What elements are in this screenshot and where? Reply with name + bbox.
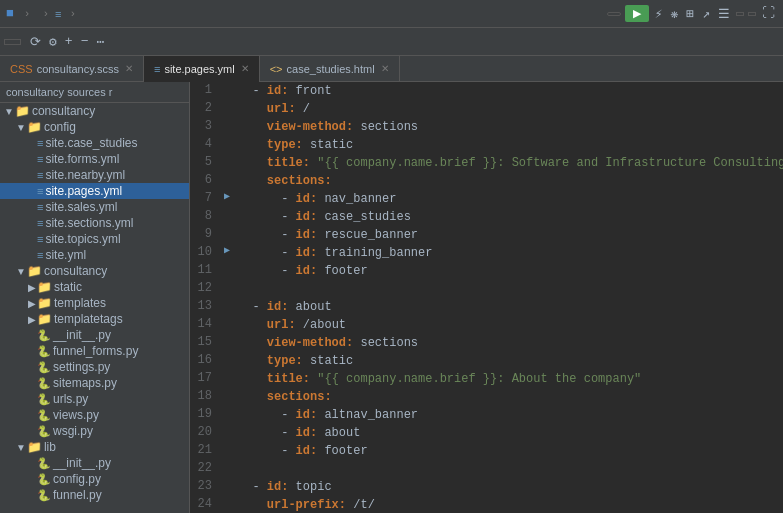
tree-item-label: views.py [53,408,99,422]
tree-item-site-nearby-yml[interactable]: ▶≡site.nearby.yml [0,167,189,183]
code-line-11: 11 - id: footer [190,262,783,280]
code-line-21: 21 - id: footer [190,442,783,460]
folder-icon: 📁 [37,280,52,294]
settings-icon[interactable]: ⚙ [46,34,60,50]
tab-label-yaml: site.pages.yml [164,63,234,75]
tree-item-urls-py[interactable]: ▶🐍urls.py [0,391,189,407]
line-number-10: 10 [190,244,220,259]
vcs-label-1[interactable] [736,12,744,16]
code-token [238,372,267,386]
toolbar-icon-4[interactable]: ↗ [700,6,712,22]
line-gutter-7[interactable]: ▶ [220,190,234,202]
add-icon[interactable]: + [62,34,76,49]
line-number-13: 13 [190,298,220,313]
tree-item-label: __init__.py [53,456,111,470]
code-line-14: 14 url: /about [190,316,783,334]
code-token: view-method: [267,336,353,350]
toolbar-icon-6[interactable]: ⛶ [760,6,777,21]
vcs-label-2[interactable] [748,12,756,16]
tree-item-__init__-py[interactable]: ▶🐍__init__.py [0,455,189,471]
tree-item-lib[interactable]: 📁lib [0,439,189,455]
project-toolbar: ⟳ ⚙ + − ⋯ [27,34,107,50]
line-number-16: 16 [190,352,220,367]
line-content-19: - id: altnav_banner [234,406,418,424]
tree-item-site-case_studies[interactable]: ▶≡site.case_studies [0,135,189,151]
tree-item-static[interactable]: 📁static [0,279,189,295]
line-content-9: - id: rescue_banner [234,226,418,244]
tree-item-consultancy[interactable]: 📁consultancy [0,103,189,119]
subtract-icon[interactable]: − [78,34,92,49]
toolbar-icon-1[interactable]: ⚡ [653,6,665,22]
code-token: static [303,354,353,368]
yaml-icon: ≡ [37,153,43,165]
code-token: front [288,84,331,98]
line-content-15: view-method: sections [234,334,418,352]
line-content-14: url: /about [234,316,346,334]
toolbar-icon-2[interactable]: ❋ [669,6,681,22]
run-button[interactable]: ▶ [625,5,649,22]
tree-item-templates[interactable]: 📁templates [0,295,189,311]
tree-item-site-sales-yml[interactable]: ▶≡site.sales.yml [0,199,189,215]
yaml-icon: ≡ [37,233,43,245]
tree-item-sitemaps-py[interactable]: ▶🐍sitemaps.py [0,375,189,391]
line-content-3: view-method: sections [234,118,418,136]
line-content-2: url: / [234,100,310,118]
more-icon[interactable]: ⋯ [93,34,107,50]
py-icon: 🐍 [37,361,51,374]
tree-item-label: site.nearby.yml [45,168,125,182]
line-content-24: url-prefix: /t/ [234,496,375,513]
code-token [238,390,267,404]
folder-icon: 📁 [15,104,30,118]
code-token: type: [267,354,303,368]
tab-label-scss: consultancy.scss [37,63,119,75]
code-token: - [238,444,296,458]
tree-item-views-py[interactable]: ▶🐍views.py [0,407,189,423]
tree-item-__init__-py[interactable]: ▶🐍__init__.py [0,327,189,343]
line-gutter-10[interactable]: ▶ [220,244,234,256]
code-token: footer [317,444,367,458]
yaml-icon: ≡ [37,201,43,213]
tree-item-config[interactable]: 📁config [0,119,189,135]
code-token: /t/ [346,498,375,512]
py-icon: 🐍 [37,377,51,390]
breadcrumb-arrow-1: › [24,8,31,20]
tree-item-funnel_forms-py[interactable]: ▶🐍funnel_forms.py [0,343,189,359]
tab-close-yaml[interactable]: ✕ [241,63,249,74]
line-content-23: - id: topic [234,478,332,496]
tree-item-settings-py[interactable]: ▶🐍settings.py [0,359,189,375]
code-editor[interactable]: 1 - id: front2 url: /3 view-method: sect… [190,82,783,513]
tree-item-templatetags[interactable]: 📁templatetags [0,311,189,327]
tree-item-consultancy[interactable]: 📁consultancy [0,263,189,279]
tree-item-site-forms-yml[interactable]: ▶≡site.forms.yml [0,151,189,167]
line-number-20: 20 [190,424,220,439]
tree-item-label: config [44,120,76,134]
code-token [238,336,267,350]
tab-scss[interactable]: CSSconsultancy.scss✕ [0,56,144,82]
tab-close-scss[interactable]: ✕ [125,63,133,74]
tree-item-site-pages-yml[interactable]: ▶≡site.pages.yml [0,183,189,199]
tab-html[interactable]: <>case_studies.html✕ [260,56,400,82]
arrow-open [16,266,26,277]
code-token: rescue_banner [317,228,418,242]
code-line-6: 6 sections: [190,172,783,190]
sync-icon[interactable]: ⟳ [27,34,44,50]
tree-item-site-topics-yml[interactable]: ▶≡site.topics.yml [0,231,189,247]
code-token: - [238,480,267,494]
tree-item-funnel-py[interactable]: ▶🐍funnel.py [0,487,189,503]
tree-item-wsgi-py[interactable]: ▶🐍wsgi.py [0,423,189,439]
tab-close-html[interactable]: ✕ [381,63,389,74]
code-line-9: 9 - id: rescue_banner [190,226,783,244]
project-button[interactable] [4,39,21,45]
toolbar-icon-3[interactable]: ⊞ [684,6,696,22]
tree-item-site-yml[interactable]: ▶≡site.yml [0,247,189,263]
code-token [238,318,267,332]
tree-header: consultancy sources r [0,82,189,103]
tree-item-config-py[interactable]: ▶🐍config.py [0,471,189,487]
tab-yaml[interactable]: ≡site.pages.yml✕ [144,56,260,82]
code-token [238,102,267,116]
breadcrumb-arrow-2: › [42,8,49,20]
folder-icon: 📁 [27,440,42,454]
tree-item-site-sections-yml[interactable]: ▶≡site.sections.yml [0,215,189,231]
toolbar-icon-5[interactable]: ☰ [716,6,732,22]
arrow-open [16,122,26,133]
